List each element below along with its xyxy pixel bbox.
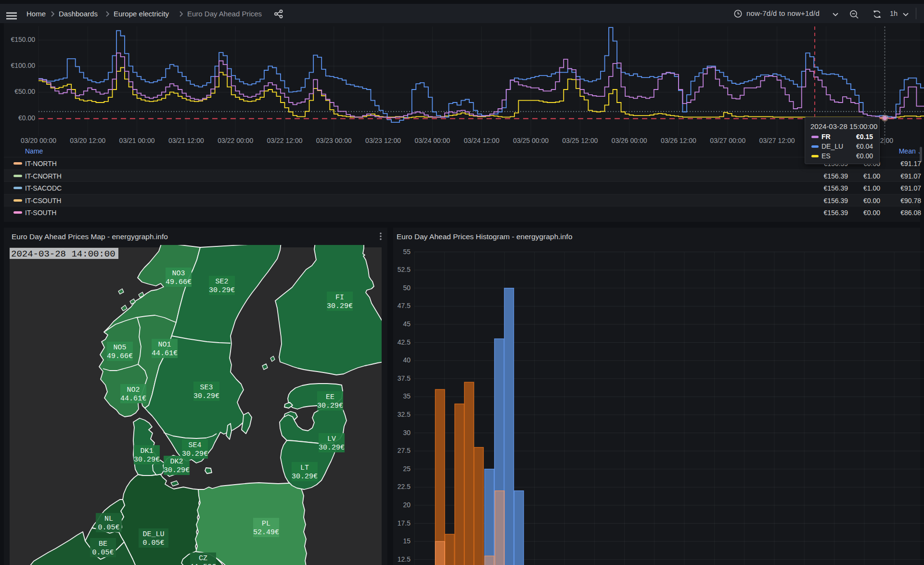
svg-text:03/21 00:00: 03/21 00:00 [119,137,155,144]
svg-text:42.5: 42.5 [398,338,411,346]
svg-text:03/24 12:00: 03/24 12:00 [464,137,500,144]
svg-text:03/25 12:00: 03/25 12:00 [562,137,598,144]
svg-text:03/23 00:00: 03/23 00:00 [316,137,352,144]
svg-text:30.29€: 30.29€ [327,302,353,310]
svg-text:37.5: 37.5 [398,374,411,382]
svg-text:PL: PL [262,520,270,528]
svg-text:DK2: DK2 [170,458,183,466]
svg-text:EE: EE [326,393,334,401]
svg-text:€150.00: €150.00 [11,36,35,43]
svg-text:17.5: 17.5 [398,519,411,527]
svg-text:03/25 00:00: 03/25 00:00 [513,137,549,144]
svg-text:NO2: NO2 [127,386,140,394]
svg-text:30: 30 [403,429,411,437]
svg-text:45: 45 [403,320,411,328]
svg-text:NO3: NO3 [172,270,185,278]
svg-text:47.5: 47.5 [398,302,411,309]
svg-text:52.5: 52.5 [398,266,411,273]
svg-text:30.29€: 30.29€ [164,466,190,475]
svg-text:DK1: DK1 [140,447,153,455]
svg-text:30.29€: 30.29€ [319,444,345,452]
svg-text:03/22 00:00: 03/22 00:00 [218,137,253,144]
svg-text:LV: LV [327,435,336,443]
svg-text:03/27 12:00: 03/27 12:00 [759,137,795,144]
svg-text:12.5: 12.5 [398,555,411,563]
svg-text:€100.00: €100.00 [11,62,35,69]
svg-text:0.05€: 0.05€ [98,524,119,532]
svg-text:03/21 12:00: 03/21 12:00 [168,137,204,144]
svg-text:03/23 12:00: 03/23 12:00 [365,137,401,144]
svg-text:27.5: 27.5 [398,447,411,454]
svg-text:03/24 00:00: 03/24 00:00 [414,137,450,144]
svg-text:€50.00: €50.00 [14,88,35,95]
svg-text:SE2: SE2 [215,278,228,286]
svg-text:0.05€: 0.05€ [142,539,164,547]
svg-text:03/20 00:00: 03/20 00:00 [21,137,56,144]
svg-text:44.61€: 44.61€ [120,395,146,403]
svg-text:NO1: NO1 [158,341,171,349]
svg-text:03/20 12:00: 03/20 12:00 [70,137,105,144]
svg-text:CZ: CZ [199,554,207,563]
svg-text:2024-03-28 14:00:00: 2024-03-28 14:00:00 [11,249,116,259]
svg-text:44.61€: 44.61€ [152,349,178,358]
svg-text:03/26 12:00: 03/26 12:00 [661,137,696,144]
svg-text:30.29€: 30.29€ [134,456,160,464]
svg-text:LT: LT [300,464,309,472]
svg-text:03/27 00:00: 03/27 00:00 [710,137,745,144]
svg-text:55: 55 [403,248,411,256]
svg-text:49.66€: 49.66€ [107,352,133,360]
svg-text:15: 15 [403,537,411,545]
svg-text:03/26 00:00: 03/26 00:00 [612,137,647,144]
svg-text:BE: BE [99,540,107,548]
svg-text:30.29€: 30.29€ [317,402,343,410]
svg-text:30.29€: 30.29€ [292,473,318,481]
svg-text:49.66€: 49.66€ [166,278,192,286]
svg-text:50: 50 [403,284,411,292]
svg-text:DE_LU: DE_LU [142,530,164,539]
svg-text:FI: FI [335,294,344,302]
svg-text:NO5: NO5 [113,344,126,352]
svg-text:22.5: 22.5 [398,483,411,490]
svg-text:11.50€: 11.50€ [190,563,216,565]
svg-text:40: 40 [403,356,411,364]
svg-text:03/22 12:00: 03/22 12:00 [267,137,303,144]
svg-text:30.29€: 30.29€ [193,392,219,400]
svg-text:NL: NL [104,515,113,523]
svg-text:0.05€: 0.05€ [92,549,114,557]
svg-text:32.5: 32.5 [398,411,411,418]
svg-text:35: 35 [403,392,411,400]
svg-text:52.49€: 52.49€ [253,528,279,537]
svg-text:SE3: SE3 [200,384,213,392]
svg-text:25: 25 [403,465,411,473]
svg-text:€0.00: €0.00 [18,114,35,122]
svg-text:30.29€: 30.29€ [209,286,235,295]
svg-text:SE4: SE4 [188,441,201,449]
svg-text:20: 20 [403,501,411,509]
